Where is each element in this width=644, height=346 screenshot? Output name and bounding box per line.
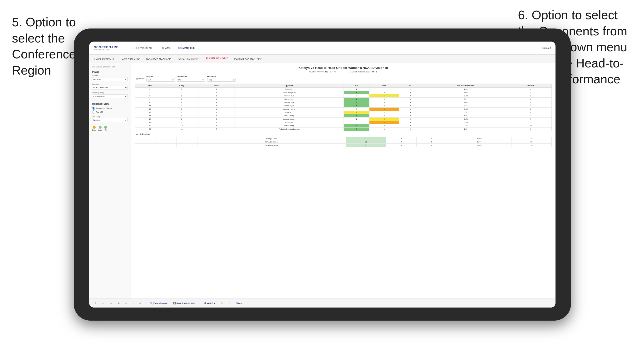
- nav-teams[interactable]: TEAMS: [162, 46, 171, 49]
- gender-select[interactable]: Women's: [92, 77, 128, 81]
- radio-top-100[interactable]: Top 100: [92, 110, 128, 114]
- ood-cell-opponent: Foreign Team: [198, 137, 346, 140]
- toolbar-share[interactable]: Share: [234, 302, 243, 305]
- cell-win: 1: [344, 91, 369, 94]
- opponent-select[interactable]: (All): [207, 78, 236, 82]
- toolbar-return[interactable]: ↩: [124, 302, 129, 305]
- toolbar-watch[interactable]: 👁 Watch ▾: [203, 302, 216, 305]
- col-opponent: Opponent: [234, 84, 344, 88]
- level-dot: [99, 126, 102, 129]
- ood-cell-win: 5: [346, 144, 386, 147]
- ood-cell-loss: 0: [386, 140, 416, 144]
- cell-tie: 1: [399, 88, 421, 91]
- cell-diff: -3.00: [421, 108, 510, 111]
- conference-select[interactable]: (All): [177, 78, 205, 82]
- ood-cell-reg: [156, 137, 176, 140]
- table-row: 13 1 1 Jessica Huang 0 2 0 -3.00 2: [135, 108, 552, 111]
- division-select[interactable]: NCAA Division III: [92, 86, 128, 90]
- ood-cell-conf: [176, 140, 198, 144]
- tablet-screen: SCOREBOARD Powered by clippd TOURNAMENTS…: [89, 41, 556, 308]
- region-select[interactable]: (All): [146, 78, 175, 82]
- player-rank-select[interactable]: 8. Katelyn Vo: [92, 94, 128, 98]
- cell-win: 4: [344, 124, 369, 128]
- sub-nav-player-summary[interactable]: PLAYER SUMMARY: [177, 56, 200, 62]
- ood-cell-reg: [156, 144, 176, 147]
- cell-diff: 0.30: [421, 124, 510, 128]
- toolbar-grid2[interactable]: ⊡: [219, 302, 224, 305]
- opponent-filter-group: Opponent (All): [207, 75, 236, 82]
- table-row: 14 7 4 Eunice Yi 2 2 0 0.38 9: [135, 111, 552, 114]
- colour-by-select[interactable]: Win/loss: [92, 118, 128, 122]
- overall-record-label: Overall Record:: [309, 71, 324, 73]
- table-row: 18 2 2 Euna Lee 0 2 0 -5.00 2: [135, 121, 552, 124]
- top-nav: SCOREBOARD Powered by clippd TOURNAMENTS…: [89, 41, 556, 55]
- radio-opponents-played[interactable]: Opponents Played: [92, 107, 128, 110]
- cell-rounds: 4: [510, 101, 552, 104]
- cell-loss: 0: [369, 124, 399, 128]
- bottom-toolbar: ↺ ← → ⊞ ↩ · ⟳ 🔍 View: Original 💾 Save Cu…: [89, 299, 556, 308]
- cell-tie: 0: [399, 91, 421, 94]
- cell-reg: 2: [165, 91, 198, 94]
- toolbar-forward[interactable]: →: [108, 302, 114, 305]
- sub-nav-player-h2h-grid[interactable]: PLAYER H2H GRID: [206, 55, 228, 62]
- cell-conf: 4: [198, 111, 234, 114]
- toolbar-save-custom-view[interactable]: 💾 Save Custom View: [172, 302, 197, 305]
- opponents-label: Opponents:: [135, 77, 144, 80]
- logo: SCOREBOARD: [94, 46, 119, 49]
- cell-win: 2: [344, 111, 369, 114]
- cell-loss: 1: [369, 128, 399, 131]
- cell-reg: 1: [165, 108, 198, 111]
- cell-reg: 3: [165, 88, 198, 91]
- cell-conf: 5: [198, 114, 234, 118]
- ood-cell-rounds: 30: [511, 140, 552, 144]
- ood-cell-rounds: 10: [511, 144, 552, 147]
- sub-nav-team-h2h-grid[interactable]: TEAM H2H GRID: [120, 56, 140, 62]
- toolbar-dot[interactable]: ·: [132, 302, 135, 305]
- cell-loss: 0: [369, 101, 399, 104]
- toolbar-refresh[interactable]: ⟳: [138, 302, 143, 305]
- cell-diff: -5.00: [421, 121, 510, 124]
- nav-tournaments[interactable]: TOURNAMENTS: [133, 46, 154, 49]
- toolbar-grid[interactable]: ⊞: [116, 302, 121, 305]
- table-row: 6 3 3 Sydney Kuo 0 1 0 -1.00 3: [135, 94, 552, 98]
- ood-cell-tie: 0: [416, 144, 447, 147]
- nav-committee[interactable]: COMMITTEE: [178, 46, 195, 49]
- cell-reg: 11: [165, 128, 198, 131]
- cell-reg: 3: [165, 94, 198, 98]
- cell-win: 0: [344, 108, 369, 111]
- sub-nav-team-summary[interactable]: TEAM SUMMARY: [94, 56, 114, 62]
- cell-loss: 2: [369, 118, 399, 121]
- cell-opponent: Esther Lee: [234, 88, 344, 91]
- cell-conf: 3: [198, 101, 234, 104]
- cell-div: 19: [135, 124, 165, 128]
- cell-rounds: 3: [510, 104, 552, 108]
- cell-div: 15: [135, 114, 165, 118]
- cell-conf: 1: [198, 108, 234, 111]
- ood-cell-win: 15: [346, 140, 386, 144]
- nav-sign-out[interactable]: | Sign out: [541, 47, 551, 49]
- cell-opponent: Alexis Sudjianto: [234, 91, 344, 94]
- cell-conf: 7: [198, 128, 234, 131]
- cell-tie: 0: [399, 118, 421, 121]
- division-record-value: 331 - 34 - 6: [366, 71, 377, 73]
- cell-conf: 6: [198, 124, 234, 128]
- col-rounds: Rounds: [510, 84, 552, 88]
- cell-diff: 0.38: [421, 111, 510, 114]
- toolbar-undo[interactable]: ↺: [93, 302, 98, 305]
- cell-tie: 0: [399, 101, 421, 104]
- sub-nav-team-h2h-heatmap[interactable]: TEAM H2H HEATMAP: [146, 56, 171, 62]
- cell-win: 1: [344, 88, 369, 91]
- sub-nav-player-h2h-heatmap[interactable]: PLAYER H2H HEATMAP: [234, 56, 262, 62]
- toolbar-view-original[interactable]: 🔍 View: Original: [149, 302, 169, 305]
- toolbar-sep-2: [200, 301, 200, 305]
- toolbar-share-icon[interactable]: ↗: [227, 302, 232, 305]
- ood-cell-loss: 0: [386, 144, 416, 147]
- ood-cell-div: [135, 140, 156, 144]
- ood-cell-rounds: 2: [511, 137, 552, 140]
- cell-div: 14: [135, 111, 165, 114]
- toolbar-back[interactable]: ←: [101, 302, 106, 305]
- col-tie: Tie: [399, 84, 421, 88]
- cell-win: 2: [344, 101, 369, 104]
- cell-tie: 0: [399, 108, 421, 111]
- ood-cell-opponent: NCAA Division 2: [198, 144, 346, 147]
